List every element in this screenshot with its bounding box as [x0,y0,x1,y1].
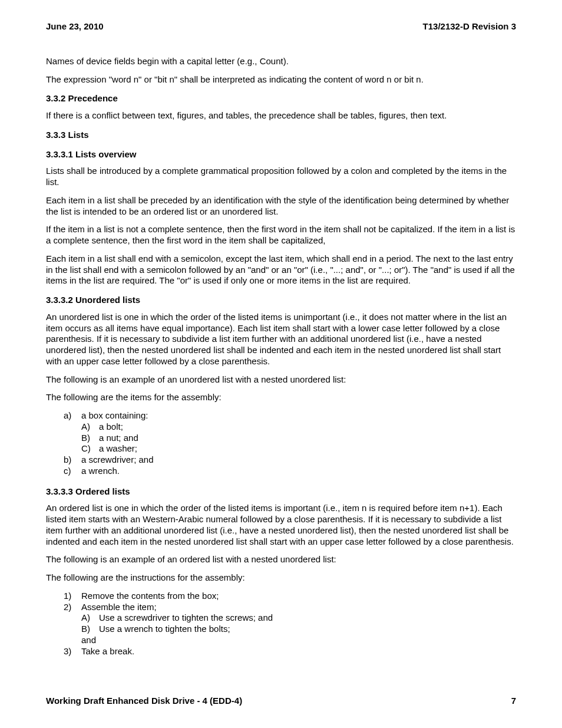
list-text: a washer; [99,443,137,454]
list-marker: b) [64,454,81,466]
example-unordered-list: a) a box containing: A) a bolt; B) a nut… [64,410,516,477]
heading-3-3-2: 3.3.2 Precedence [46,93,516,104]
header-docid: T13/2132-D Revision 3 [423,21,516,32]
body-text: An unordered list is one in which the or… [46,312,516,367]
list-item: C) a washer; [81,443,516,454]
list-item: c) a wrench. [64,466,516,477]
list-item: A) a bolt; [81,421,516,433]
body-text: The following are the items for the asse… [46,392,516,403]
list-item: b) a screwdriver; and [64,454,516,466]
list-text: Take a break. [81,646,134,657]
list-item: 2) Assemble the item; [64,602,516,613]
list-text: a box containing: [81,410,148,421]
list-marker: 2) [64,602,81,613]
body-text: The expression "word n" or "bit n" shall… [46,74,516,85]
list-item: B) Use a wrench to tighten the bolts; [81,624,516,635]
heading-3-3-3-1: 3.3.3.1 Lists overview [46,149,516,160]
list-item: B) a nut; and [81,433,516,444]
list-marker: C) [81,443,99,454]
nested-list: A) a bolt; B) a nut; and C) a washer; [81,421,516,454]
body-text: If the item in a list is not a complete … [46,224,516,246]
list-text: a bolt; [99,421,123,433]
list-text: a nut; and [99,433,138,444]
list-conjunction: and [81,635,516,646]
list-marker: B) [81,624,99,635]
list-item: A) Use a screwdriver to tighten the scre… [81,612,516,624]
list-text: Use a screwdriver to tighten the screws;… [99,612,273,624]
list-marker: c) [64,466,81,477]
body-text: An ordered list is one in which the orde… [46,503,516,547]
list-marker: B) [81,433,99,444]
nested-list: A) Use a screwdriver to tighten the scre… [81,612,516,645]
list-text: a wrench. [81,466,120,477]
body-text: Each item in a list shall end with a sem… [46,253,516,286]
page-footer: Working Draft Enhanced Disk Drive - 4 (E… [46,696,516,707]
list-item: 3) Take a break. [64,646,516,657]
header-date: June 23, 2010 [46,21,104,32]
list-text: Remove the contents from the box; [81,591,219,602]
heading-3-3-3: 3.3.3 Lists [46,130,516,141]
list-item: 1) Remove the contents from the box; [64,591,516,602]
list-marker: 3) [64,646,81,657]
list-marker: A) [81,421,99,433]
list-text: Assemble the item; [81,602,157,613]
list-marker: 1) [64,591,81,602]
body-text: The following is an example of an unorde… [46,374,516,386]
list-item: a) a box containing: [64,410,516,421]
list-marker: a) [64,410,81,421]
list-text: a screwdriver; and [81,454,154,466]
example-ordered-list: 1) Remove the contents from the box; 2) … [64,591,516,657]
heading-3-3-3-3: 3.3.3.3 Ordered lists [46,486,516,498]
body-text: The following is an example of an ordere… [46,554,516,565]
body-text: Lists shall be introduced by a complete … [46,166,516,188]
body-text: Names of device fields begin with a capi… [46,56,516,67]
page-header: June 23, 2010 T13/2132-D Revision 3 [46,21,516,32]
footer-page-number: 7 [511,696,516,707]
body-text: The following are the instructions for t… [46,572,516,584]
body-text: If there is a conflict between text, fig… [46,110,516,121]
list-marker: A) [81,612,99,624]
document-page: June 23, 2010 T13/2132-D Revision 3 Name… [0,0,562,728]
footer-title: Working Draft Enhanced Disk Drive - 4 (E… [46,696,242,707]
heading-3-3-3-2: 3.3.3.2 Unordered lists [46,295,516,306]
list-text: Use a wrench to tighten the bolts; [99,624,230,635]
body-text: Each item in a list shall be preceded by… [46,195,516,218]
